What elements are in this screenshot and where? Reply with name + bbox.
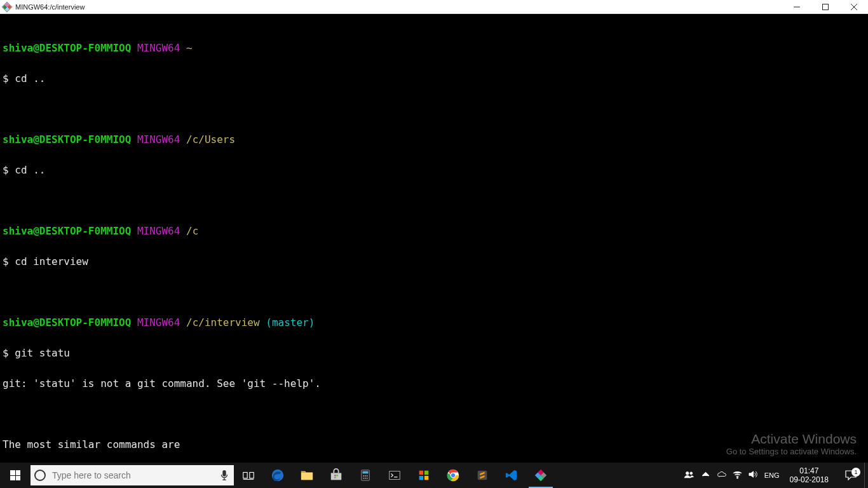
tray-chevron-up-icon[interactable] — [701, 470, 710, 481]
prompt-system: MINGW64 — [137, 316, 180, 329]
command-prompt-icon[interactable] — [380, 463, 409, 488]
clock-date: 09-02-2018 — [790, 475, 829, 484]
command-text: git statu — [15, 347, 70, 359]
network-icon[interactable] — [733, 470, 742, 481]
taskbar-pinned-apps — [234, 463, 555, 488]
svg-rect-8 — [336, 475, 337, 476]
windows-logo-icon — [10, 470, 20, 480]
chrome-icon[interactable] — [438, 463, 468, 488]
command-text: cd .. — [15, 72, 45, 85]
minimize-button[interactable] — [782, 0, 811, 13]
close-button[interactable] — [839, 0, 868, 13]
task-view-button[interactable] — [234, 463, 263, 488]
prompt-dollar: $ — [3, 164, 15, 176]
svg-rect-3 — [250, 472, 254, 478]
window-titlebar: MINGW64:/c/interview — [0, 0, 868, 14]
svg-rect-2 — [243, 472, 247, 478]
svg-rect-23 — [424, 476, 428, 480]
vscode-icon[interactable] — [497, 463, 526, 488]
prompt-user: shiva@DESKTOP-F0MMIOQ — [3, 133, 131, 146]
prompt-system: MINGW64 — [137, 225, 180, 237]
maximize-button[interactable] — [811, 0, 839, 13]
language-indicator[interactable]: ENG — [764, 471, 780, 479]
svg-point-14 — [365, 475, 366, 477]
git-bash-icon[interactable] — [526, 463, 555, 488]
svg-point-13 — [363, 475, 364, 477]
onedrive-icon[interactable] — [717, 470, 726, 481]
prompt-dollar: $ — [3, 255, 15, 268]
output-text: git: 'statu' is not a git command. See '… — [0, 376, 868, 391]
command-text: cd interview — [15, 255, 88, 268]
svg-rect-20 — [419, 471, 423, 475]
prompt-branch: (master) — [266, 316, 315, 329]
prompt-path: /c/Users — [186, 133, 235, 146]
svg-rect-1 — [222, 470, 226, 477]
prompt-path: /c/interview — [186, 316, 260, 329]
people-icon[interactable] — [683, 469, 695, 482]
prompt-path: /c — [186, 225, 198, 237]
svg-rect-22 — [419, 476, 423, 480]
start-button[interactable] — [0, 463, 31, 488]
prompt-path: ~ — [186, 42, 193, 54]
prompt-user: shiva@DESKTOP-F0MMIOQ — [3, 225, 131, 237]
svg-point-17 — [365, 478, 366, 479]
taskbar: Type here to search — [0, 463, 868, 488]
clock-time: 01:47 — [790, 466, 829, 475]
svg-rect-10 — [336, 477, 337, 478]
prompt-system: MINGW64 — [137, 133, 180, 146]
calculator-icon[interactable] — [351, 463, 380, 488]
notification-badge: 1 — [851, 468, 860, 477]
svg-rect-9 — [334, 477, 336, 478]
prompt-user: shiva@DESKTOP-F0MMIOQ — [3, 42, 131, 54]
store-icon[interactable] — [322, 463, 351, 488]
microphone-icon[interactable] — [220, 470, 229, 481]
terminal[interactable]: shiva@DESKTOP-F0MMIOQ MINGW64 ~ $ cd .. … — [0, 14, 868, 463]
svg-point-30 — [690, 471, 693, 474]
prompt-system: MINGW64 — [137, 42, 180, 54]
output-text: The most similar commands are — [0, 437, 868, 452]
edge-icon[interactable] — [263, 463, 292, 488]
svg-rect-7 — [334, 475, 336, 476]
svg-rect-27 — [478, 471, 487, 480]
sublime-text-icon[interactable] — [468, 463, 497, 488]
microsoft-app-icon[interactable] — [409, 463, 438, 488]
app-icon — [3, 3, 11, 11]
svg-point-18 — [367, 478, 368, 479]
search-placeholder: Type here to search — [52, 470, 220, 480]
file-explorer-icon[interactable] — [292, 463, 322, 488]
svg-point-29 — [686, 471, 689, 475]
prompt-dollar: $ — [3, 347, 15, 359]
svg-rect-12 — [362, 471, 368, 474]
svg-rect-0 — [822, 4, 828, 10]
command-text: cd .. — [15, 164, 45, 176]
svg-rect-5 — [301, 472, 313, 480]
svg-point-16 — [363, 478, 364, 479]
svg-rect-19 — [390, 471, 400, 480]
prompt-user: shiva@DESKTOP-F0MMIOQ — [3, 316, 131, 329]
volume-icon[interactable] — [749, 470, 758, 481]
taskbar-search[interactable]: Type here to search — [31, 465, 234, 485]
system-tray: ENG 01:47 09-02-2018 — [678, 463, 837, 488]
action-center-button[interactable]: 1 — [837, 463, 864, 488]
taskbar-clock[interactable]: 01:47 09-02-2018 — [786, 466, 832, 484]
svg-point-15 — [367, 475, 368, 477]
svg-rect-21 — [424, 471, 428, 475]
prompt-dollar: $ — [3, 72, 15, 85]
window-title: MINGW64:/c/interview — [15, 3, 85, 11]
show-desktop-button[interactable] — [864, 463, 868, 488]
svg-point-31 — [737, 477, 738, 478]
svg-rect-6 — [331, 473, 342, 480]
cortana-icon — [34, 470, 46, 481]
